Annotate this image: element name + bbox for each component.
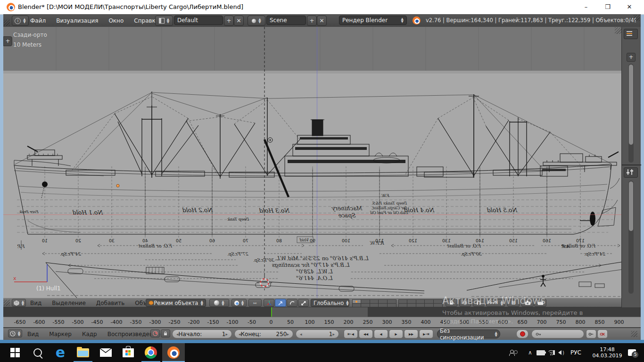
screen-layout-add-button[interactable]: +	[224, 16, 234, 26]
layer-toggle[interactable]	[378, 303, 388, 307]
editor-type-button[interactable]: ▲▼	[12, 299, 26, 307]
corner-widget[interactable]	[634, 15, 640, 21]
jump-to-end-button[interactable]: ▸⇥	[419, 329, 433, 338]
taskbar-store-button[interactable]	[117, 343, 140, 362]
mode-dropdown[interactable]: Режим объекта▲▼	[146, 299, 206, 307]
orientation-dropdown[interactable]: Глобально▲▼	[311, 299, 349, 307]
snap-toggle[interactable]	[473, 299, 485, 307]
scale-manipulator-button[interactable]	[298, 299, 309, 307]
start-frame-field[interactable]: ◂Начало: 1▸	[172, 329, 232, 338]
keyframe-snap-button[interactable]: ⊞	[507, 299, 520, 307]
blender-logo-icon-small	[413, 16, 421, 25]
screen-layout-delete-button[interactable]: ✕	[234, 16, 244, 26]
toolshelf-expand-tab[interactable]: +	[3, 36, 12, 46]
rotate-manipulator-button[interactable]	[287, 299, 297, 307]
play-button[interactable]: ▸	[389, 329, 403, 338]
close-button[interactable]: ✕	[619, 0, 640, 14]
layer-toggle[interactable]	[361, 303, 370, 307]
keying-set-field[interactable]	[531, 329, 584, 338]
tray-volume-icon[interactable]: )	[558, 343, 564, 362]
lock-to-scene-toggle[interactable]	[446, 299, 457, 307]
layer-toggle[interactable]	[387, 303, 396, 307]
corner-widget[interactable]	[631, 331, 637, 337]
tray-language-indicator[interactable]: РУС	[570, 343, 581, 362]
render-engine-dropdown[interactable]: Рендер Blender▲▼	[339, 16, 407, 25]
minimize-button[interactable]: –	[575, 0, 597, 14]
preview-range-toggle[interactable]	[150, 329, 160, 337]
sync-dropdown[interactable]: Без синхронизации▲▼	[437, 329, 500, 338]
delete-keyframe-button[interactable]	[597, 329, 608, 338]
translate-manipulator-button[interactable]	[275, 299, 286, 307]
taskbar-blender-button[interactable]	[162, 343, 185, 362]
proportional-edit-dropdown[interactable]	[459, 299, 471, 307]
end-frame-field[interactable]: ◂Конец: 250▸	[234, 329, 293, 338]
editor-type-button[interactable]: ▲▼	[8, 329, 22, 337]
key-delete-icon	[600, 332, 605, 337]
scene-field[interactable]: Scene	[266, 16, 306, 25]
tray-battery-icon[interactable]	[537, 343, 545, 362]
tray-hidden-icons-chevron[interactable]: ∧	[528, 343, 532, 362]
properties-editor-icon[interactable]	[624, 167, 638, 178]
screen-layout-field[interactable]: Default	[174, 16, 223, 25]
menu-Вид[interactable]: Вид	[25, 300, 47, 306]
taskbar-explorer-button[interactable]	[72, 343, 94, 362]
tray-clock[interactable]: 17:48 04.03.2019	[588, 346, 626, 359]
menu-Визуализация[interactable]: Визуализация	[51, 17, 103, 24]
corner-widget[interactable]	[615, 27, 621, 34]
corner-widget[interactable]	[4, 20, 10, 26]
jump-next-keyframe-button[interactable]: ▸▸	[404, 329, 418, 338]
menu-Маркер[interactable]: Маркер	[44, 331, 77, 337]
scene-add-button[interactable]: +	[307, 16, 317, 26]
render-opengl-still-button[interactable]	[521, 299, 534, 307]
timeline-canvas[interactable]	[3, 307, 641, 317]
menu-Добавить[interactable]: Добавить	[91, 300, 130, 306]
viewport-shading-dropdown[interactable]: ▲▼	[209, 299, 229, 307]
menu-Выделение[interactable]: Выделение	[47, 300, 91, 306]
taskbar-chrome-button[interactable]	[140, 343, 162, 362]
insert-keyframe-button[interactable]	[586, 329, 596, 338]
snap-element-dropdown[interactable]: H↔H ▲▼	[486, 299, 505, 307]
jump-to-start-button[interactable]: ⇤◂	[344, 329, 358, 338]
layers-group-1[interactable]	[352, 299, 396, 307]
layer-toggle[interactable]	[424, 303, 434, 307]
outliner-scrollbar[interactable]	[628, 64, 634, 163]
menu-Окно[interactable]: Окно	[103, 17, 129, 24]
properties-expand-tab[interactable]: +	[627, 53, 636, 62]
viewport-3d[interactable]: x No.1 Hold No.2 Hold No.3 Hold No.4 Hol…	[3, 27, 621, 298]
properties-scrollbar[interactable]	[628, 181, 634, 294]
layers-group-2[interactable]	[398, 299, 442, 307]
tray-notification-button[interactable]: 5	[628, 343, 636, 362]
screen-layout-icon-button[interactable]: ▲▼	[155, 16, 173, 26]
scene-icon-button[interactable]: ▲▼	[248, 16, 265, 26]
render-opengl-anim-button[interactable]	[534, 299, 546, 307]
timeline-ruler[interactable]: -650-600-550-500-450-400-350-300-250-200…	[3, 317, 641, 328]
layer-toggle[interactable]	[416, 303, 425, 307]
jump-prev-keyframe-button[interactable]: ◂◂	[359, 329, 373, 338]
current-frame-field[interactable]: ◂ 1▸	[296, 329, 339, 338]
start-button[interactable]	[4, 343, 26, 362]
play-reverse-button[interactable]: ◂	[374, 329, 388, 338]
layer-toggle[interactable]	[352, 303, 362, 307]
frame-lock-toggle[interactable]	[161, 329, 170, 337]
pivot-point-dropdown[interactable]: ▲▼	[231, 299, 247, 307]
outliner-editor-icon[interactable]	[624, 29, 638, 39]
layer-toggle[interactable]	[407, 303, 416, 307]
taskbar-edge-button[interactable]: e	[49, 343, 72, 362]
scene-delete-button[interactable]: ✕	[317, 16, 327, 26]
search-icon	[33, 348, 42, 357]
layer-toggle[interactable]	[433, 303, 443, 307]
taskbar-mail-button[interactable]	[94, 343, 117, 362]
layer-toggle[interactable]	[370, 303, 379, 307]
layer-toggle[interactable]	[398, 303, 408, 307]
taskbar-search-button[interactable]	[26, 343, 49, 362]
manipulator-toggle[interactable]	[264, 299, 274, 307]
menu-Кадр[interactable]: Кадр	[77, 331, 102, 337]
current-frame-marker[interactable]	[271, 307, 272, 318]
menu-Файл[interactable]: Файл	[25, 17, 51, 24]
autokey-record-button[interactable]	[516, 329, 528, 338]
maximize-button[interactable]: ❒	[597, 0, 619, 14]
tray-people-icon[interactable]	[509, 343, 518, 362]
pivot-align-toggle[interactable]: ⇿	[248, 299, 262, 307]
menu-Вид[interactable]: Вид	[22, 331, 44, 337]
corner-widget[interactable]	[4, 300, 10, 306]
